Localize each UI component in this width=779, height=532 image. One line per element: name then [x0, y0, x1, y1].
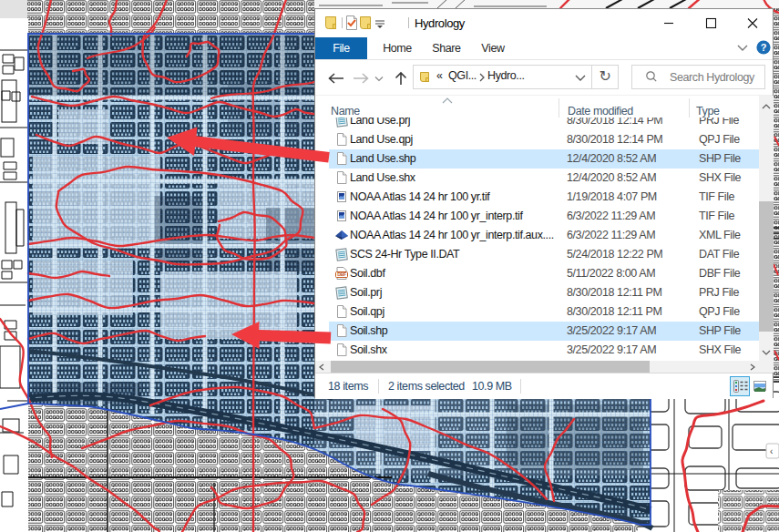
- svg-text:DBF: DBF: [337, 271, 346, 277]
- svg-text:?: ?: [761, 42, 767, 53]
- svg-text:‹: ‹: [770, 446, 773, 456]
